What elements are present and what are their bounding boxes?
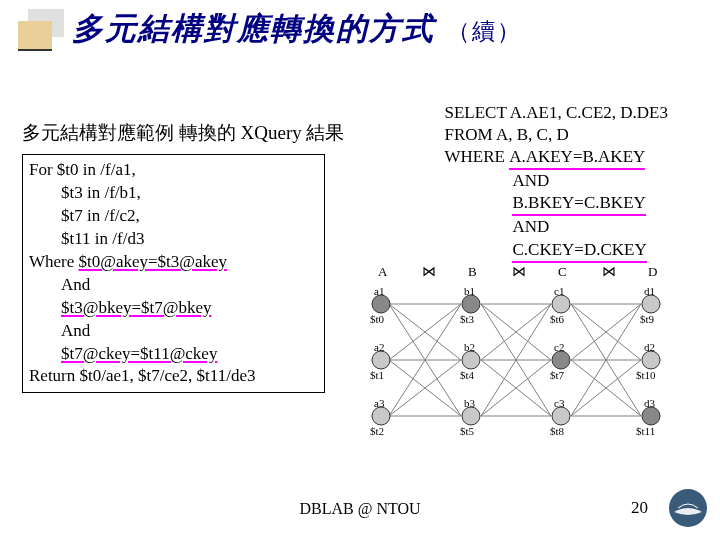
- slide-header: 多元結構對應轉換的方式 （續）: [0, 0, 720, 50]
- xq-l5b: $t0@akey=$t3@akey: [79, 252, 228, 271]
- node-b2: b2: [464, 341, 475, 353]
- lbl-t2: $t2: [370, 425, 384, 437]
- node-d3: d3: [644, 397, 656, 409]
- node-c1: c1: [554, 285, 564, 297]
- svg-point-37: [552, 407, 570, 425]
- subtitle-xquery: XQuery: [241, 122, 302, 143]
- sql-l1: SELECT A.AE1, C.CE2, D.DE3: [444, 102, 668, 124]
- node-d2: d2: [644, 341, 655, 353]
- join-cd: ⋈: [602, 264, 616, 279]
- svg-point-31: [372, 351, 390, 369]
- sql-l7: C.CKEY=D.CKEY: [444, 239, 668, 263]
- xquery-code-box: For $t0 in /f/a1, $t3 in /f/b1, $t7 in /…: [22, 154, 325, 393]
- node-b1: b1: [464, 285, 475, 297]
- xq-l5: Where $t0@akey=$t3@akey: [29, 251, 318, 274]
- lbl-t4: $t4: [460, 369, 475, 381]
- xq-l7: $t3@bkey=$t7@bkey: [29, 297, 318, 320]
- svg-point-32: [462, 351, 480, 369]
- xq-l10: Return $t0/ae1, $t7/ce2, $t11/de3: [29, 365, 318, 388]
- xq-l3: $t7 in /f/c2,: [29, 205, 318, 228]
- svg-point-35: [372, 407, 390, 425]
- subtitle-suffix: 結果: [302, 122, 345, 143]
- svg-point-27: [372, 295, 390, 313]
- lbl-t8: $t8: [550, 425, 565, 437]
- node-b3: b3: [464, 397, 476, 409]
- title-main: 多元結構對應轉換的方式: [72, 11, 435, 46]
- node-a1: a1: [374, 285, 384, 297]
- subtitle-prefix: 多元結構對應範例 轉換的: [22, 122, 241, 143]
- xq-l7t: $t3@bkey=$t7@bkey: [61, 298, 211, 317]
- xq-l9: $t7@ckey=$t11@ckey: [29, 343, 318, 366]
- svg-point-33: [552, 351, 570, 369]
- join-ab: ⋈: [422, 264, 436, 279]
- lbl-t10: $t10: [636, 369, 656, 381]
- lbl-t5: $t5: [460, 425, 475, 437]
- xq-l5a: Where: [29, 252, 79, 271]
- sql-l3: WHERE A.AKEY=B.AKEY: [444, 146, 668, 170]
- col-b: B: [468, 264, 477, 279]
- col-d: D: [648, 264, 657, 279]
- xq-l2: $t3 in /f/b1,: [29, 182, 318, 205]
- slide-title: 多元結構對應轉換的方式 （續）: [72, 8, 522, 50]
- sql-l5t: B.BKEY=C.BKEY: [512, 192, 645, 216]
- xq-l8: And: [29, 320, 318, 343]
- xq-l9t: $t7@ckey=$t11@ckey: [61, 344, 217, 363]
- join-bc: ⋈: [512, 264, 526, 279]
- graph-edges: [389, 304, 641, 416]
- ntou-logo-icon: [668, 488, 708, 528]
- svg-point-29: [552, 295, 570, 313]
- node-c2: c2: [554, 341, 564, 353]
- svg-point-34: [642, 351, 660, 369]
- sql-l3a: WHERE: [444, 147, 509, 166]
- svg-point-36: [462, 407, 480, 425]
- col-a: A: [378, 264, 388, 279]
- sql-code-box: SELECT A.AE1, C.CE2, D.DE3 FROM A, B, C,…: [444, 102, 668, 263]
- xq-l1: For $t0 in /f/a1,: [29, 159, 318, 182]
- title-suffix: （續）: [447, 19, 522, 44]
- node-a3: a3: [374, 397, 385, 409]
- svg-point-38: [642, 407, 660, 425]
- xq-l4: $t11 in /f/d3: [29, 228, 318, 251]
- lbl-t3: $t3: [460, 313, 475, 325]
- node-a2: a2: [374, 341, 384, 353]
- lbl-t11: $t11: [636, 425, 655, 437]
- sql-l2: FROM A, B, C, D: [444, 124, 668, 146]
- lbl-t9: $t9: [640, 313, 655, 325]
- lbl-t7: $t7: [550, 369, 565, 381]
- page-number: 20: [631, 498, 648, 518]
- lbl-t0: $t0: [370, 313, 385, 325]
- xq-l6: And: [29, 274, 318, 297]
- sql-l7t: C.CKEY=D.CKEY: [512, 239, 646, 263]
- node-c3: c3: [554, 397, 565, 409]
- lbl-t1: $t1: [370, 369, 384, 381]
- col-c: C: [558, 264, 567, 279]
- join-graph-diagram: A ⋈ B ⋈ C ⋈ D a1$t0 b1$t3 c1$t6 d1$t9 a2…: [352, 262, 700, 458]
- title-ornament: [18, 9, 64, 49]
- node-d1: d1: [644, 285, 655, 297]
- footer-text: DBLAB @ NTOU: [0, 500, 720, 518]
- lbl-t6: $t6: [550, 313, 565, 325]
- svg-point-30: [642, 295, 660, 313]
- sql-l5: B.BKEY=C.BKEY: [444, 192, 668, 216]
- svg-point-28: [462, 295, 480, 313]
- sql-l6: AND: [444, 216, 668, 238]
- sql-l4: AND: [444, 170, 668, 192]
- sql-l3b: A.AKEY=B.AKEY: [509, 146, 645, 170]
